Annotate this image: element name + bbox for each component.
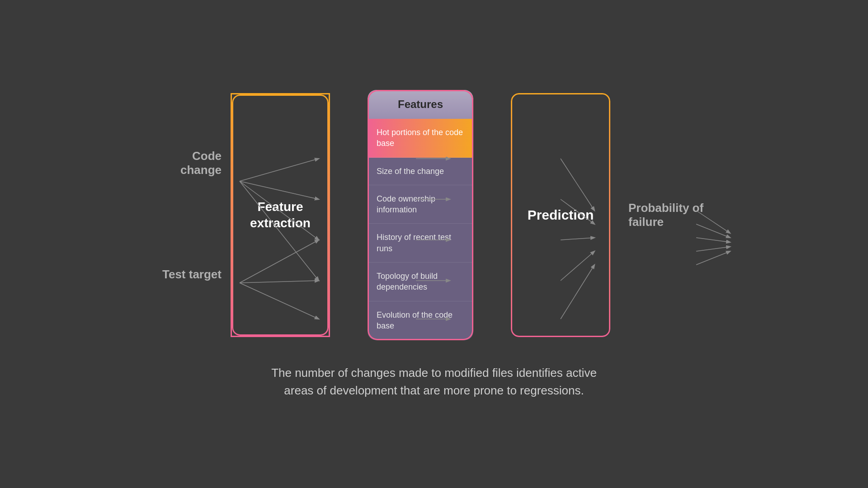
feature-extraction-title: Featureextraction: [250, 199, 311, 232]
features-list: Hot portions of the code base Size of th…: [368, 119, 473, 340]
probability-label: Probability of failure: [628, 201, 719, 229]
feature-extraction-box: Featureextraction: [231, 93, 330, 337]
features-header-title: Features: [398, 98, 443, 110]
prediction-title: Prediction: [528, 207, 594, 223]
feature-item-hot: Hot portions of the code base: [368, 119, 473, 158]
features-header: Features: [368, 90, 473, 119]
feature-item-ownership: Code ownership information: [368, 185, 473, 224]
right-output: Probability of failure: [628, 201, 719, 229]
feature-item-history: History of recent test runs: [368, 224, 473, 263]
prediction-box: Prediction: [511, 93, 610, 337]
diagram-wrapper: Code change Test target Featureextractio…: [149, 89, 719, 342]
features-box: Features Hot portions of the code base S…: [366, 89, 475, 342]
left-labels: Code change Test target: [149, 149, 222, 282]
layout-row: Code change Test target Featureextractio…: [149, 89, 719, 342]
feature-item-topology: Topology of build dependencies: [368, 263, 473, 301]
main-content: Code change Test target Featureextractio…: [0, 89, 868, 399]
feature-item-size: Size of the change: [368, 158, 473, 185]
caption: The number of changes made to modified f…: [258, 364, 610, 399]
code-change-label: Code change: [149, 149, 222, 177]
feature-item-evolution: Evolution of the code base: [368, 301, 473, 340]
test-target-label: Test target: [149, 267, 222, 282]
